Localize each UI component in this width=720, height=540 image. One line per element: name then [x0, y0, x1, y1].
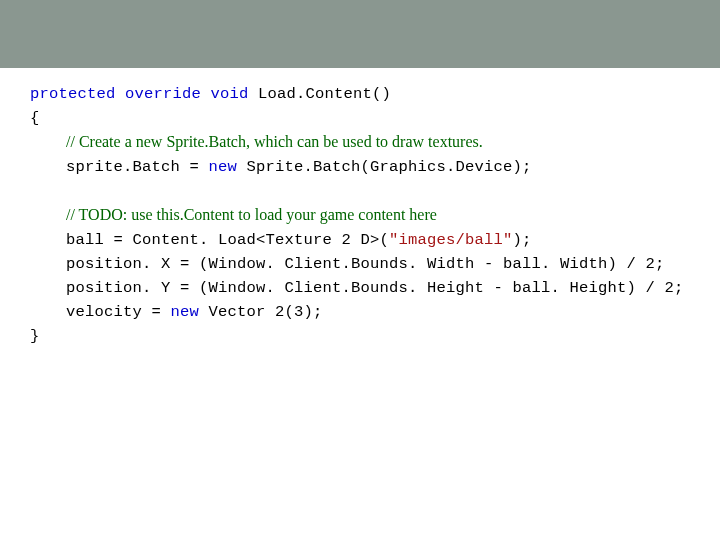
keyword: void [211, 85, 249, 103]
code-line: } [30, 324, 690, 348]
header-bar [0, 0, 720, 68]
keyword: new [209, 158, 238, 176]
code-line: position. X = (Window. Client.Bounds. Wi… [30, 252, 690, 276]
blank-line [30, 179, 690, 203]
code-text: Load.Content() [249, 85, 392, 103]
comment-line: // TODO: use this.Content to load your g… [30, 203, 690, 228]
code-block: protected override void Load.Content() {… [30, 82, 690, 348]
code-line: sprite.Batch = new Sprite.Batch(Graphics… [30, 155, 690, 179]
string-literal: "images/ball" [389, 231, 513, 249]
code-line: velocity = new Vector 2(3); [30, 300, 690, 324]
keyword: override [125, 85, 201, 103]
keyword: protected [30, 85, 116, 103]
code-line: { [30, 106, 690, 130]
comment-line: // Create a new Sprite.Batch, which can … [30, 130, 690, 155]
keyword: new [171, 303, 200, 321]
code-line: position. Y = (Window. Client.Bounds. He… [30, 276, 690, 300]
code-line: ball = Content. Load<Texture 2 D>("image… [30, 228, 690, 252]
code-line: protected override void Load.Content() [30, 82, 690, 106]
